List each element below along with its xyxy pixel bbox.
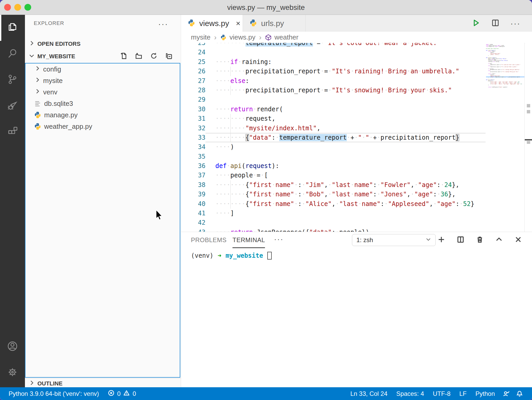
tree-item-label: config — [43, 65, 61, 73]
ruler-highlight-mark — [527, 110, 530, 113]
code-line[interactable]: 26········precipitation_report·=·"It's·r… — [181, 67, 486, 76]
open-editors-section[interactable]: OPEN EDITORS — [25, 38, 181, 50]
tab-bar: views.py × urls.py ··· — [181, 15, 532, 32]
panel-more-actions-icon[interactable]: ··· — [274, 235, 284, 243]
code-line[interactable]: 32········"mysite/index.html", — [181, 124, 486, 133]
code-line[interactable]: 38········{"first·name"·:·"Jim",·"last·n… — [181, 180, 486, 190]
code-line[interactable]: 33········{"data":·temperature_report·+·… — [181, 133, 486, 142]
warning-count: 0 — [132, 390, 136, 397]
breadcrumb-item-mysite[interactable]: mysite — [191, 33, 210, 41]
run-file-icon[interactable] — [471, 18, 480, 28]
indentation-status[interactable]: Spaces: 4 — [392, 390, 429, 397]
collapse-all-icon[interactable] — [165, 52, 172, 61]
python-icon — [249, 19, 257, 28]
code-line[interactable]: 42 — [181, 218, 486, 227]
vscode-window: views.py — my_website EXPLORER ··· — [0, 0, 532, 400]
python-icon — [34, 122, 42, 130]
feedback-icon[interactable] — [499, 390, 513, 397]
problems-status[interactable]: 0 0 — [108, 390, 136, 398]
activity-search[interactable] — [0, 41, 25, 67]
database-file-icon — [34, 100, 42, 107]
activity-extensions[interactable] — [0, 119, 25, 145]
kill-terminal-icon[interactable] — [476, 236, 484, 244]
activity-account[interactable] — [0, 334, 25, 360]
new-terminal-icon[interactable] — [437, 236, 445, 244]
code-line[interactable]: 28········precipitation_report·=·"It's·s… — [181, 86, 486, 95]
explorer-title: EXPLORER — [34, 15, 64, 31]
python-interpreter-status[interactable]: Python 3.9.0 64-bit ('venv': venv) — [9, 390, 99, 397]
editor-region: views.py × urls.py ··· mysite › views.py… — [181, 15, 532, 387]
breadcrumb-item-weather[interactable]: weather — [274, 33, 298, 41]
breadcrumb[interactable]: mysite › views.py › weather — [181, 32, 532, 43]
code-line[interactable]: 23········temperature_report·=·"It's·col… — [181, 43, 486, 48]
code-line[interactable]: 40········{"first·name"·:·"Alice",·"last… — [181, 199, 486, 209]
code-line[interactable]: 30····return·render( — [181, 105, 486, 114]
refresh-icon[interactable] — [150, 52, 157, 61]
error-count: 0 — [117, 390, 121, 397]
tree-item-weather-app-py[interactable]: weather_app.py — [25, 121, 180, 132]
tab-problems[interactable]: PROBLEMS — [191, 232, 227, 248]
code-line[interactable]: 24 — [181, 48, 486, 57]
chevron-right-icon — [29, 380, 35, 388]
encoding-status[interactable]: UTF-8 — [428, 390, 455, 397]
activity-source-control[interactable] — [0, 67, 25, 93]
terminal-prompt[interactable]: (venv) ➜ my_website — [191, 252, 272, 260]
python-icon — [220, 34, 227, 41]
terminal-cursor — [267, 252, 272, 260]
activity-explorer[interactable] — [0, 15, 25, 41]
tree-item-config[interactable]: config — [25, 63, 180, 75]
overview-ruler — [524, 43, 532, 232]
tab-terminal[interactable]: TERMINAL — [232, 232, 265, 248]
tree-item-label: weather_app.py — [44, 122, 92, 131]
tree-item-label: venv — [43, 88, 57, 96]
code-line[interactable]: 39········{"first·name"·:·"Bob",·"last·n… — [181, 190, 486, 199]
code-line[interactable]: 29 — [181, 95, 486, 104]
tree-item-mysite[interactable]: mysite — [25, 75, 180, 86]
notifications-bell-icon[interactable] — [513, 390, 526, 397]
files-icon — [6, 21, 18, 34]
tree-item-db-sqlite3[interactable]: db.sqlite3 — [25, 98, 180, 109]
tree-item-label: manage.py — [44, 111, 78, 119]
code-line[interactable]: 37····people·=·[ — [181, 171, 486, 180]
tree-item-manage-py[interactable]: manage.py — [25, 109, 180, 121]
tree-item-label: mysite — [43, 77, 63, 85]
code-line[interactable]: 41····] — [181, 209, 486, 218]
tab-label: views.py — [199, 19, 229, 28]
account-icon — [6, 340, 19, 353]
bottom-panel: PROBLEMS TERMINAL ··· 1: zsh (venv) ➜ my… — [181, 232, 532, 387]
code-line[interactable]: 27····else: — [181, 76, 486, 86]
explorer-more-actions-icon[interactable]: ··· — [158, 20, 168, 28]
close-panel-icon[interactable] — [514, 236, 522, 244]
chevron-right-icon — [34, 77, 41, 85]
activity-run-debug[interactable] — [0, 93, 25, 119]
code-line[interactable]: 25····if·raining: — [181, 57, 486, 67]
close-icon[interactable]: × — [236, 19, 241, 28]
error-icon — [108, 390, 115, 398]
new-file-icon[interactable] — [120, 52, 127, 61]
code-line[interactable]: 35 — [181, 152, 486, 161]
minimap[interactable]: import randomfrom django.shortcuts impor… — [485, 43, 524, 232]
titlebar[interactable]: views.py — my_website — [0, 0, 532, 15]
chevron-right-icon: › — [259, 33, 261, 42]
eol-status[interactable]: LF — [455, 390, 471, 397]
tree-item-venv[interactable]: venv — [25, 86, 180, 98]
maximize-panel-icon[interactable] — [495, 236, 503, 244]
code-editor[interactable]: 23········temperature_report·=·"It's·col… — [181, 43, 532, 232]
code-line[interactable]: 34····) — [181, 142, 486, 152]
language-mode-status[interactable]: Python — [471, 390, 499, 397]
cursor-position-status[interactable]: Ln 33, Col 24 — [346, 390, 392, 397]
code-line[interactable]: 43····return·JsonResponse({"data":·peopl… — [181, 228, 486, 232]
split-editor-icon[interactable] — [491, 19, 500, 28]
activity-settings[interactable] — [0, 360, 25, 386]
new-folder-icon[interactable] — [135, 52, 142, 61]
code-line[interactable]: 36def·api(request): — [181, 161, 486, 171]
split-terminal-icon[interactable] — [457, 236, 464, 244]
more-actions-icon[interactable]: ··· — [510, 19, 521, 28]
terminal-shell-select[interactable]: 1: zsh — [352, 234, 436, 246]
tab-urls-py[interactable]: urls.py — [243, 15, 306, 32]
code-line[interactable]: 31········request, — [181, 114, 486, 123]
tab-views-py[interactable]: views.py × — [181, 15, 243, 32]
breadcrumb-item-views-py[interactable]: views.py — [229, 33, 255, 41]
root-folder-section[interactable]: MY_WEBSITE — [25, 51, 181, 62]
outline-section[interactable]: OUTLINE — [25, 378, 181, 389]
